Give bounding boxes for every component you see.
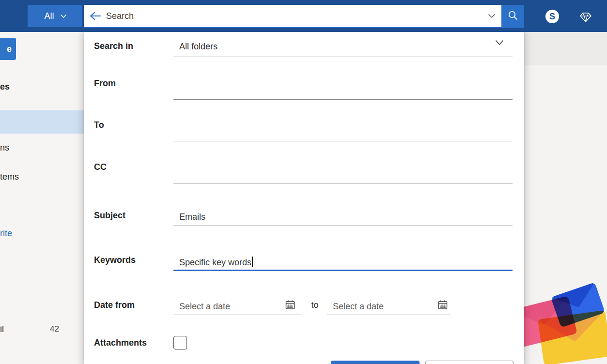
search-input[interactable] — [106, 11, 482, 21]
advanced-search-panel: Search in All folders From To CC Subject… — [84, 28, 524, 364]
add-favorite-link[interactable]: rite — [0, 228, 12, 239]
search-scope-label: All — [44, 11, 54, 21]
back-arrow-icon[interactable] — [84, 5, 106, 27]
chevron-down-icon — [60, 13, 66, 19]
search-scope-dropdown[interactable]: All — [28, 5, 82, 27]
skype-icon[interactable]: S — [545, 10, 559, 23]
search-box[interactable] — [84, 5, 501, 27]
outlook-search-screen: e es ns tems rite il 42 All — [0, 0, 607, 364]
calendar-icon[interactable] — [437, 300, 448, 312]
chevron-down-icon[interactable] — [495, 39, 504, 48]
date-to-input[interactable] — [327, 299, 451, 315]
reset-action-button[interactable] — [425, 361, 514, 364]
content-background — [524, 32, 607, 364]
search-flyout-divider — [84, 27, 524, 28]
sidebar-item-sent-items[interactable]: tems — [0, 172, 19, 182]
calendar-icon[interactable] — [285, 300, 296, 312]
top-app-bar: All S — [0, 0, 607, 32]
magnifier-icon — [507, 10, 519, 23]
to-label: To — [94, 120, 104, 130]
message-list-header-band — [524, 32, 607, 65]
folder-sidebar: e es ns tems rite il 42 — [0, 32, 84, 364]
keywords-value: Specific key words — [179, 258, 251, 267]
skype-letter: S — [549, 12, 555, 22]
sidebar-item-drafts[interactable]: ns — [0, 143, 9, 153]
from-input[interactable] — [173, 82, 513, 100]
keywords-label: Keywords — [94, 255, 136, 265]
search-action-button[interactable] — [331, 361, 420, 364]
new-message-button[interactable]: e — [0, 38, 16, 60]
attachments-checkbox[interactable] — [173, 336, 187, 349]
cc-label: CC — [94, 162, 107, 172]
subject-label: Subject — [94, 211, 125, 221]
to-input[interactable] — [173, 124, 513, 141]
sidebar-item-junk-email[interactable]: il — [0, 324, 4, 334]
cc-input[interactable] — [173, 166, 513, 183]
unread-count-badge: 42 — [50, 324, 59, 334]
premium-gem-icon[interactable] — [579, 11, 592, 24]
search-options-chevron-icon[interactable] — [482, 5, 501, 27]
subject-input[interactable] — [173, 209, 513, 226]
text-caret — [252, 257, 253, 267]
date-from-label: Date from — [94, 300, 135, 310]
from-label: From — [94, 78, 116, 89]
date-from-input[interactable] — [173, 299, 301, 315]
search-in-label: Search in — [94, 41, 133, 51]
date-range-connector: to — [308, 300, 322, 310]
sidebar-item-selected[interactable] — [0, 110, 84, 134]
search-submit-button[interactable] — [501, 5, 524, 27]
keywords-input[interactable]: Specific key words — [173, 254, 513, 271]
search-in-folder-dropdown[interactable]: All folders — [173, 40, 513, 57]
attachments-label: Attachments — [94, 338, 147, 348]
favorites-section-label: es — [0, 82, 10, 92]
